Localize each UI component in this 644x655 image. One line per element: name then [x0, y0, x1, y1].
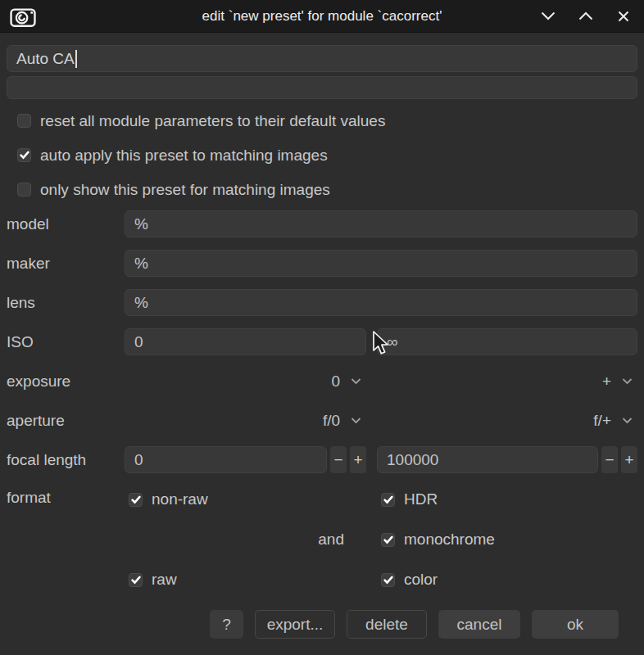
checkbox-box[interactable]	[129, 493, 143, 507]
export-button[interactable]: export...	[255, 610, 335, 639]
dialog-body: Auto CA reset all module parameters to t…	[0, 33, 644, 655]
exposure-max-dropdown[interactable]: +	[377, 368, 637, 395]
checkbox-label: raw	[152, 571, 177, 589]
ok-button[interactable]: ok	[532, 610, 619, 639]
checkbox-auto-apply[interactable]: auto apply this preset to matching image…	[7, 145, 637, 165]
format-label: format	[7, 486, 125, 507]
close-button[interactable]	[611, 4, 636, 29]
exposure-max-value: +	[602, 373, 611, 391]
iso-max-input[interactable]: ∞	[377, 328, 637, 355]
cancel-button[interactable]: cancel	[438, 610, 520, 639]
focal-min-input[interactable]: 0	[125, 446, 327, 473]
checkbox-box[interactable]	[17, 183, 31, 196]
checkbox-label: monochrome	[404, 531, 495, 549]
focal-min-decrement-button[interactable]: −	[330, 446, 347, 473]
delete-button[interactable]: delete	[347, 610, 427, 639]
checkbox-label: HDR	[404, 490, 438, 508]
focal-max-decrement-button[interactable]: −	[601, 446, 618, 473]
maker-value: %	[134, 255, 148, 273]
aperture-max-dropdown[interactable]: f/+	[377, 407, 637, 434]
checkbox-box[interactable]	[381, 533, 395, 547]
maker-label: maker	[7, 255, 125, 273]
filter-row-model: model %	[7, 210, 637, 237]
filter-row-maker: maker %	[7, 250, 637, 277]
lens-input[interactable]: %	[125, 289, 637, 316]
maker-input[interactable]: %	[125, 250, 637, 277]
unmaximize-button[interactable]	[536, 4, 560, 29]
help-button[interactable]: ?	[210, 610, 243, 639]
focal-max-increment-button[interactable]: +	[621, 446, 637, 473]
checkbox-label: auto apply this preset to matching image…	[40, 147, 328, 165]
filter-row-format: format non-raw HDR	[7, 486, 637, 590]
checkbox-label: reset all module parameters to their def…	[40, 112, 385, 130]
checkbox-box[interactable]	[381, 573, 395, 587]
exposure-min-dropdown[interactable]: 0	[125, 368, 366, 395]
filter-row-lens: lens %	[7, 289, 637, 316]
checkbox-raw[interactable]: raw	[129, 570, 177, 590]
iso-min-value: 0	[134, 333, 143, 351]
filter-row-iso: ISO 0 ∞	[7, 328, 637, 355]
focal-min-increment-button[interactable]: +	[350, 446, 366, 473]
aperture-min-value: f/0	[323, 412, 340, 430]
checkbox-label: non-raw	[152, 490, 208, 508]
checkbox-label: only show this preset for matching image…	[40, 181, 330, 199]
chevron-down-icon	[622, 377, 633, 385]
checkbox-box[interactable]	[129, 573, 143, 587]
aperture-min-dropdown[interactable]: f/0	[125, 407, 366, 434]
focal-length-label: focal length	[7, 451, 125, 469]
focal-max-value: 100000	[387, 451, 438, 469]
exposure-label: exposure	[7, 373, 125, 391]
iso-max-value: ∞	[387, 333, 398, 351]
checkbox-monochrome[interactable]: monochrome	[381, 530, 495, 550]
chevron-down-icon	[351, 417, 361, 424]
aperture-max-value: f/+	[593, 412, 611, 430]
focal-min-value: 0	[134, 451, 143, 469]
checkbox-label: color	[404, 571, 438, 589]
dialog-actions: ? export... delete cancel ok	[7, 610, 637, 639]
exposure-min-value: 0	[331, 373, 340, 391]
iso-label: ISO	[7, 333, 125, 351]
format-conjunction: and	[125, 531, 377, 549]
model-value: %	[134, 215, 148, 233]
checkbox-color[interactable]: color	[381, 570, 438, 590]
darktable-camera-icon	[8, 4, 38, 29]
text-caret	[75, 50, 77, 68]
maximize-button[interactable]	[574, 4, 598, 29]
preset-name-input[interactable]: Auto CA	[7, 45, 637, 72]
checkbox-only-show[interactable]: only show this preset for matching image…	[7, 179, 637, 200]
checkbox-reset-defaults[interactable]: reset all module parameters to their def…	[7, 111, 637, 131]
chevron-down-icon	[622, 417, 633, 424]
checkbox-hdr[interactable]: HDR	[381, 490, 438, 510]
preset-edit-dialog: edit `new preset' for module `cacorrect'…	[0, 0, 644, 655]
model-input[interactable]: %	[125, 210, 637, 237]
preset-description-input[interactable]	[7, 76, 637, 99]
focal-max-input[interactable]: 100000	[377, 446, 598, 473]
chevron-down-icon	[351, 377, 361, 385]
filter-row-exposure: exposure 0 +	[7, 368, 637, 395]
model-label: model	[7, 215, 125, 233]
checkbox-box[interactable]	[17, 114, 31, 128]
checkbox-non-raw[interactable]: non-raw	[129, 490, 208, 510]
lens-value: %	[134, 294, 148, 312]
aperture-label: aperture	[7, 412, 125, 430]
checkbox-box[interactable]	[17, 148, 31, 162]
filter-row-aperture: aperture f/0 f/+	[7, 407, 637, 434]
preset-name-value: Auto CA	[16, 50, 75, 68]
iso-min-input[interactable]: 0	[125, 328, 366, 355]
lens-label: lens	[7, 294, 125, 312]
filter-row-focal-length: focal length 0 − + 100000 − +	[7, 446, 637, 473]
titlebar: edit `new preset' for module `cacorrect'	[0, 0, 644, 33]
format-grid: non-raw HDR and	[125, 489, 637, 590]
window-controls	[536, 4, 636, 29]
checkbox-box[interactable]	[381, 493, 395, 507]
